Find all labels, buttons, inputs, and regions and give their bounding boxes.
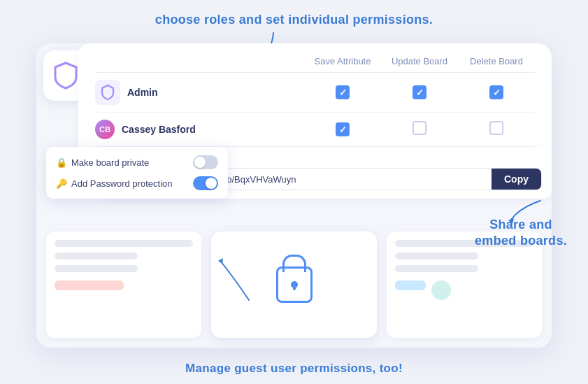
- cassey-delete-col: [458, 121, 535, 138]
- admin-label: Admin: [127, 87, 158, 98]
- make-private-label: 🔒 Make board private: [56, 157, 187, 168]
- annotation-bottom: Manage guest user permissions, too!: [185, 362, 403, 376]
- cassey-update-col: [381, 121, 458, 138]
- admin-delete-col: [458, 85, 535, 99]
- card-line-2: [55, 253, 138, 259]
- arrow-share-icon: [505, 197, 547, 225]
- cassey-save-checkbox[interactable]: [336, 122, 350, 136]
- lock-small-icon: 🔒: [56, 157, 67, 168]
- card-line-3: [55, 265, 138, 272]
- privacy-popup: 🔒 Make board private 🔑 Add Password prot…: [46, 147, 228, 199]
- make-private-toggle[interactable]: [193, 155, 218, 169]
- card-line-r3: [395, 265, 478, 272]
- col-save-header: Save Attribute: [304, 56, 381, 66]
- cassey-avatar: CB: [95, 120, 115, 139]
- admin-delete-checkbox[interactable]: [489, 85, 503, 99]
- col-update-header: Update Board: [381, 56, 458, 66]
- copy-button[interactable]: Copy: [492, 169, 541, 190]
- cassey-delete-checkbox[interactable]: [489, 121, 503, 135]
- permissions-panel: Save Attribute Update Board Delete Board…: [78, 43, 552, 154]
- card-line-r2: [395, 253, 478, 259]
- admin-update-col: [381, 85, 458, 99]
- admin-update-checkbox[interactable]: [413, 85, 426, 99]
- col-delete-header: Delete Board: [458, 56, 535, 66]
- card-circle-teal: [431, 280, 451, 300]
- privacy-row-private: 🔒 Make board private: [56, 155, 218, 169]
- lock-icon: [276, 266, 313, 303]
- admin-save-col: [304, 85, 381, 99]
- lock-keyhole: [291, 281, 298, 288]
- bottom-card-left: [46, 232, 201, 338]
- key-icon: 🔑: [56, 178, 67, 189]
- svg-marker-1: [218, 258, 223, 264]
- admin-shield-icon: [95, 80, 120, 105]
- card-line-pink: [55, 280, 124, 290]
- annotation-top: choose roles and set individual permissi…: [155, 13, 433, 27]
- main-card: Save Attribute Update Board Delete Board…: [36, 43, 552, 348]
- password-label: 🔑 Add Password protection: [56, 178, 187, 189]
- table-header: Save Attribute Update Board Delete Board: [95, 56, 535, 73]
- card-line-blue: [395, 280, 426, 290]
- privacy-row-password: 🔑 Add Password protection: [56, 176, 218, 190]
- admin-name-cell: Admin: [95, 80, 304, 105]
- password-toggle[interactable]: [193, 176, 218, 190]
- cassey-save-col: [304, 122, 381, 136]
- table-row-admin: Admin: [95, 73, 535, 113]
- cassey-name-cell: CB Cassey Basford: [95, 120, 304, 139]
- cassey-label: Cassey Basford: [122, 124, 196, 135]
- arrow-lock-icon: [207, 251, 263, 307]
- card-line-1: [55, 240, 193, 247]
- cassey-update-checkbox[interactable]: [413, 121, 426, 135]
- table-row-cassey: CB Cassey Basford: [95, 113, 535, 147]
- admin-save-checkbox[interactable]: [336, 85, 350, 99]
